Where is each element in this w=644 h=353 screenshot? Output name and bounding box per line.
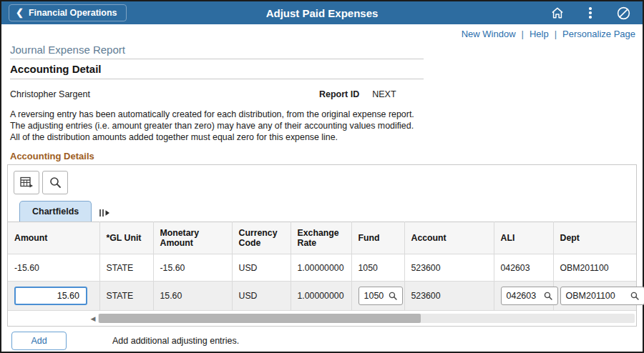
home-icon[interactable] <box>550 5 565 21</box>
chevron-left-icon: ❮ <box>16 8 24 17</box>
table-header-row: Amount *GL Unit Monetary Amount Currency… <box>8 222 636 254</box>
col-header-monetary-amount: Monetary Amount <box>153 222 232 254</box>
fund-lookup-magnifier-icon[interactable] <box>389 292 397 300</box>
instructions-line: A reversing entry has been automatically… <box>10 109 634 120</box>
show-all-columns-icon[interactable] <box>99 209 110 217</box>
app-window: ❮ Financial Operations Adjust Paid Expen… <box>0 0 644 353</box>
employee-name: Christopher Sargent <box>10 89 90 99</box>
grid-actions-button[interactable] <box>14 171 39 194</box>
chartfields-table: Amount *GL Unit Monetary Amount Currency… <box>8 222 636 311</box>
scroll-left-arrow-icon[interactable]: ◀ <box>88 315 98 322</box>
instructions-line: All of the distribution amounts added to… <box>10 131 634 143</box>
grid-toolbar <box>8 165 636 194</box>
instructions-text: A reversing entry has been automatically… <box>10 109 634 143</box>
instructions-line: The adjusting entries (i.e. amount great… <box>10 120 634 131</box>
cell-ali-editable: 042603 <box>494 282 553 311</box>
cell-ali: 042603 <box>494 254 553 282</box>
cell-dept-editable: OBM201100 <box>553 282 636 311</box>
report-id-label: Report ID <box>319 89 359 99</box>
cell-gl-unit: STATE <box>99 254 153 282</box>
dept-lookup-field[interactable]: OBM201100 <box>560 287 644 305</box>
tab-chartfields[interactable]: Chartfields <box>19 201 92 222</box>
cell-account: 523600 <box>404 282 494 311</box>
back-button[interactable]: ❮ Financial Operations <box>9 4 127 21</box>
grid-horizontal-scrollbar: ◀ <box>8 311 636 326</box>
grid-tabs: Chartfields <box>8 201 636 222</box>
accounting-details-section-title: Accounting Details <box>10 151 634 161</box>
ali-lookup-magnifier-icon[interactable] <box>544 292 552 300</box>
link-separator: | <box>522 29 524 39</box>
grid-menu-icon <box>20 176 34 189</box>
col-header-ali: ALI <box>494 222 553 254</box>
add-caption: Add additional adjusting entries. <box>112 336 239 346</box>
cell-fund: 1050 <box>351 254 404 282</box>
top-banner: ❮ Financial Operations Adjust Paid Expen… <box>1 1 643 24</box>
new-window-link[interactable]: New Window <box>462 29 516 39</box>
page-content: Journal Expense Report Accounting Detail… <box>1 42 643 161</box>
cell-dept: OBM201100 <box>553 254 636 282</box>
col-header-exchange-rate: Exchange Rate <box>291 222 351 254</box>
cell-amount: -15.60 <box>8 254 99 282</box>
employee-row: Christopher Sargent Report ID NEXT <box>10 89 634 101</box>
cell-amount-editable <box>8 282 99 311</box>
add-button[interactable]: Add <box>11 332 67 350</box>
ali-lookup-field[interactable]: 042603 <box>501 287 558 305</box>
scrollbar-spacer <box>8 311 88 326</box>
back-button-label: Financial Operations <box>29 8 117 18</box>
fund-lookup-field[interactable]: 1050 <box>358 287 403 305</box>
col-header-amount: Amount <box>8 222 99 254</box>
table-row-reversing-entry: -15.60 STATE -15.60 USD 1.00000000 1050 … <box>8 254 636 282</box>
scrollbar-track[interactable] <box>98 314 635 323</box>
cell-currency-code: USD <box>232 254 291 282</box>
amount-input[interactable] <box>14 287 87 305</box>
cell-exchange-rate: 1.00000000 <box>291 282 351 311</box>
cell-fund-editable: 1050 <box>351 282 404 311</box>
report-id-value: NEXT <box>372 89 396 99</box>
table-row-adjusting-entry: STATE 15.60 USD 1.00000000 1050 523600 <box>8 282 636 311</box>
cell-account: 523600 <box>404 254 494 282</box>
dept-value: OBM201100 <box>566 291 615 301</box>
help-link[interactable]: Help <box>530 29 549 39</box>
cell-monetary-amount: -15.60 <box>153 254 232 282</box>
page-title: Accounting Detail <box>10 59 424 79</box>
page-subtitle: Journal Expense Report <box>10 42 424 59</box>
ali-value: 042603 <box>507 291 537 301</box>
navbar-icon[interactable] <box>615 5 631 21</box>
dept-lookup-magnifier-icon[interactable] <box>630 292 639 300</box>
col-header-dept: Dept <box>553 222 636 254</box>
scrollbar-thumb[interactable] <box>99 314 421 323</box>
actions-menu-icon[interactable] <box>582 5 598 21</box>
cell-exchange-rate: 1.00000000 <box>291 254 351 282</box>
col-header-currency-code: Currency Code <box>232 222 291 254</box>
col-header-fund: Fund <box>351 222 404 254</box>
cell-gl-unit: STATE <box>99 282 153 311</box>
action-links: New Window | Help | Personalize Page <box>1 24 643 42</box>
personalize-page-link[interactable]: Personalize Page <box>562 29 635 39</box>
grid-search-button[interactable] <box>42 171 68 194</box>
fund-value: 1050 <box>364 291 384 301</box>
banner-icons <box>550 5 635 21</box>
col-header-account: Account <box>404 222 494 254</box>
magnifier-icon <box>49 176 62 189</box>
link-separator: | <box>555 29 557 39</box>
add-row: Add Add additional adjusting entries. <box>11 332 643 350</box>
report-id-group: Report ID NEXT <box>319 89 396 99</box>
col-header-gl-unit: *GL Unit <box>99 222 153 254</box>
accounting-details-grid: Chartfields Amount *GL Unit Monetary <box>7 164 637 327</box>
cell-currency-code: USD <box>232 282 291 311</box>
cell-monetary-amount: 15.60 <box>153 282 232 311</box>
